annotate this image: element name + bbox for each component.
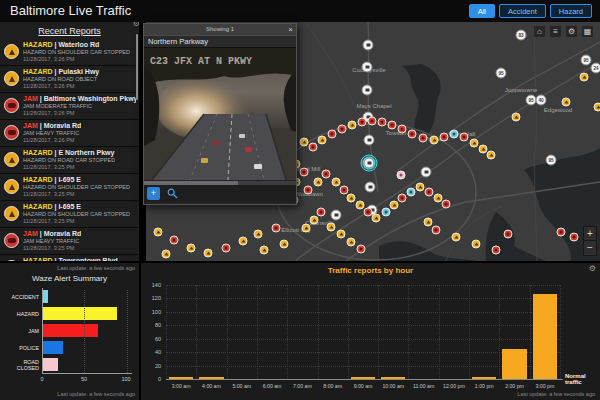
jam-marker[interactable]	[408, 130, 417, 139]
hazard-marker[interactable]	[347, 194, 356, 203]
jam-marker[interactable]	[317, 208, 326, 217]
jam-marker[interactable]	[222, 244, 231, 253]
hazard-marker[interactable]	[580, 73, 589, 82]
hazard-marker[interactable]	[430, 136, 439, 145]
waze-bar[interactable]	[43, 341, 63, 354]
jam-marker[interactable]	[388, 121, 397, 130]
route-shield-marker[interactable]: 95	[496, 68, 507, 79]
hourly-bar[interactable]	[381, 377, 405, 379]
report-list-item[interactable]: HAZARD | I-695 EHAZARD ON SHOULDER CAR S…	[0, 201, 139, 228]
jam-marker[interactable]	[442, 200, 451, 209]
hazard-marker[interactable]	[314, 178, 323, 187]
report-list-item[interactable]: HAZARD | E Northern PkwyHAZARD ON ROAD C…	[0, 147, 139, 174]
hazard-marker[interactable]	[332, 178, 341, 187]
jam-marker[interactable]	[378, 118, 387, 127]
hazard-marker[interactable]	[187, 244, 196, 253]
popup-scrollbar-thumb[interactable]	[144, 181, 238, 185]
hazard-marker[interactable]	[348, 121, 357, 130]
hazard-marker[interactable]	[416, 183, 425, 192]
jam-marker[interactable]	[557, 228, 566, 237]
jam-marker[interactable]	[170, 236, 179, 245]
route-shield-marker[interactable]: 40	[536, 95, 547, 106]
route-shield-marker[interactable]: 83	[516, 30, 527, 41]
jam-marker[interactable]	[425, 188, 434, 197]
report-list-item[interactable]: JAM | Moravia RdJAM HEAVY TRAFFIC11/28/2…	[0, 120, 139, 147]
report-list-item[interactable]: JAM | Baltimore Washington Pkwy NJAM MOD…	[0, 93, 139, 120]
home-icon[interactable]: ⌂	[534, 26, 545, 37]
hazard-marker[interactable]	[239, 237, 248, 246]
road-closed-marker[interactable]	[397, 171, 406, 180]
hourly-bar[interactable]	[533, 294, 557, 379]
zoom-out-button[interactable]: −	[583, 241, 597, 256]
hazard-marker[interactable]	[154, 228, 163, 237]
jam-marker[interactable]	[309, 143, 318, 152]
hazard-marker[interactable]	[337, 230, 346, 239]
hourly-bar[interactable]	[351, 377, 375, 379]
panel-gear-icon[interactable]: ⚙	[133, 22, 139, 28]
jam-marker[interactable]	[492, 246, 501, 255]
hazard-marker[interactable]	[280, 240, 289, 249]
hazard-marker[interactable]	[310, 216, 319, 225]
jam-marker[interactable]	[570, 233, 579, 242]
jam-marker[interactable]	[419, 134, 428, 143]
hourly-bar[interactable]	[169, 377, 193, 379]
hazard-marker[interactable]	[372, 214, 381, 223]
hazard-marker[interactable]	[424, 218, 433, 227]
camera-marker-selected[interactable]	[364, 158, 375, 169]
panel-gear-icon[interactable]: ⚙	[589, 264, 596, 273]
camera-marker[interactable]	[363, 40, 374, 51]
camera-marker[interactable]	[365, 182, 376, 193]
hazard-marker[interactable]	[356, 201, 365, 210]
route-shield-marker[interactable]: 24	[591, 63, 600, 74]
waze-bar[interactable]	[43, 358, 58, 371]
jam-marker[interactable]	[328, 130, 337, 139]
list-scrollbar[interactable]	[136, 34, 138, 100]
report-list-item[interactable]: JAM | Moravia RdJAM HEAVY TRAFFIC11/28/2…	[0, 228, 139, 255]
hazard-marker[interactable]	[327, 223, 336, 232]
camera-marker[interactable]	[362, 85, 373, 96]
accident-marker[interactable]	[407, 188, 416, 197]
hazard-marker[interactable]	[390, 201, 399, 210]
camera-marker[interactable]	[364, 135, 375, 146]
filter-button-hazard[interactable]: Hazard	[550, 4, 592, 18]
camera-marker[interactable]	[331, 210, 342, 221]
hazard-marker[interactable]	[260, 246, 269, 255]
jam-marker[interactable]	[300, 168, 309, 177]
hourly-bar[interactable]	[472, 377, 496, 379]
hazard-marker[interactable]	[512, 113, 521, 122]
legend-icon[interactable]: ≡	[550, 26, 561, 37]
hazard-marker[interactable]	[318, 136, 327, 145]
accident-marker[interactable]	[382, 208, 391, 217]
hazard-marker[interactable]	[452, 233, 461, 242]
hazard-marker[interactable]	[487, 151, 496, 160]
jam-marker[interactable]	[368, 117, 377, 126]
report-list-item[interactable]: HAZARD | Waterloo RdHAZARD ON SHOULDER C…	[0, 39, 139, 66]
waze-bar[interactable]	[43, 290, 48, 303]
hazard-marker[interactable]	[347, 238, 356, 247]
dock-button[interactable]: +	[147, 187, 160, 200]
close-icon[interactable]: ×	[288, 24, 293, 35]
hazard-marker[interactable]	[300, 138, 309, 147]
zoom-to-icon[interactable]	[167, 188, 178, 199]
hazard-marker[interactable]	[470, 139, 479, 148]
hazard-marker[interactable]	[254, 230, 263, 239]
jam-marker[interactable]	[304, 186, 313, 195]
basemap-icon[interactable]: ▦	[582, 26, 593, 37]
jam-marker[interactable]	[398, 194, 407, 203]
jam-marker[interactable]	[322, 170, 331, 179]
report-list-item[interactable]: HAZARD | Pulaski HwyHAZARD ON ROAD OBJEC…	[0, 66, 139, 93]
waze-bar[interactable]	[43, 307, 117, 320]
layers-icon[interactable]: ⚙	[566, 26, 577, 37]
filter-button-accident[interactable]: Accident	[499, 4, 546, 18]
filter-button-all[interactable]: All	[469, 4, 495, 18]
jam-marker[interactable]	[460, 133, 469, 142]
zoom-in-button[interactable]: +	[583, 226, 597, 241]
jam-marker[interactable]	[357, 245, 366, 254]
hazard-marker[interactable]	[562, 98, 571, 107]
hourly-bar[interactable]	[502, 349, 526, 379]
hourly-bar[interactable]	[199, 377, 223, 379]
hazard-marker[interactable]	[162, 250, 171, 259]
jam-marker[interactable]	[338, 125, 347, 134]
jam-marker[interactable]	[432, 226, 441, 235]
jam-marker[interactable]	[272, 224, 281, 233]
